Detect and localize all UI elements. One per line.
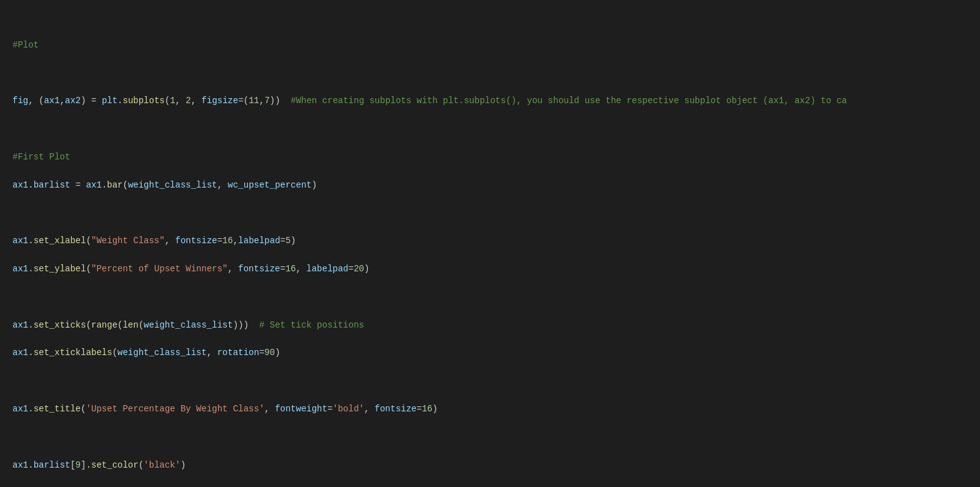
- line-3: fig, (ax1,ax2) = plt.subplots(1, 2, figs…: [12, 94, 968, 108]
- line-16: ax1.barlist[9].set_color('black'): [12, 458, 968, 472]
- line-12: ax1.set_xticklabels(weight_class_list, r…: [12, 346, 968, 359]
- line-15: [12, 430, 968, 444]
- line-1: #Plot: [12, 38, 968, 52]
- line-8: ax1.set_xlabel("Weight Class", fontsize=…: [12, 234, 968, 248]
- line-10: [12, 290, 968, 304]
- line-6: ax1.barlist = ax1.bar(weight_class_list,…: [12, 178, 968, 192]
- line-14: ax1.set_title('Upset Percentage By Weigh…: [12, 402, 968, 416]
- line-4: [12, 122, 968, 136]
- line-11: ax1.set_xticks(range(len(weight_class_li…: [12, 318, 968, 332]
- line-5: #First Plot: [12, 150, 968, 164]
- code-editor: #Plot fig, (ax1,ax2) = plt.subplots(1, 2…: [0, 0, 980, 487]
- line-2: [12, 66, 968, 80]
- line-7: [12, 206, 968, 219]
- line-13: [12, 374, 968, 388]
- line-9: ax1.set_ylabel("Percent of Upset Winners…: [12, 262, 968, 276]
